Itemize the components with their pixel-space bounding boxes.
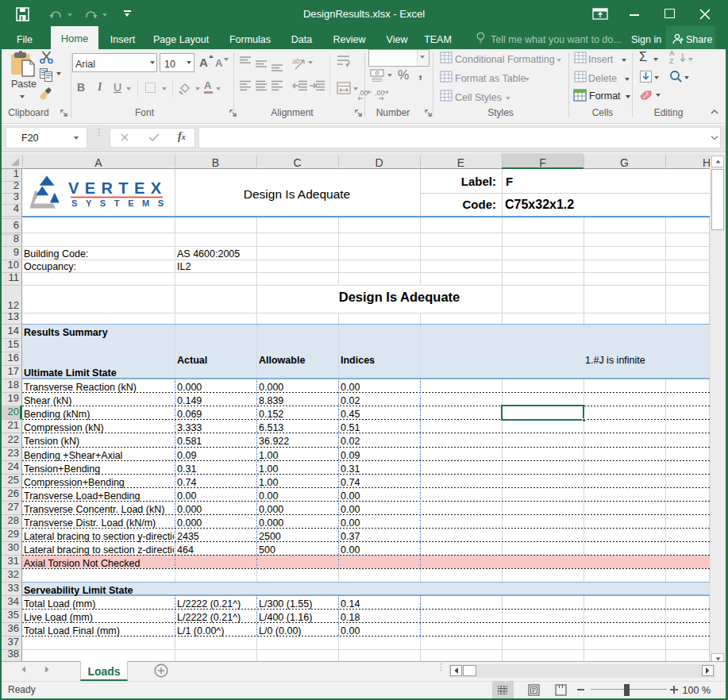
svg-text:ab: ab <box>292 57 300 65</box>
svg-text:SYSTEMS: SYSTEMS <box>71 198 168 208</box>
svg-text:VERTEX: VERTEX <box>68 179 167 197</box>
svg-text:.00: .00 <box>358 89 368 97</box>
svg-text:.00: .00 <box>375 89 385 97</box>
